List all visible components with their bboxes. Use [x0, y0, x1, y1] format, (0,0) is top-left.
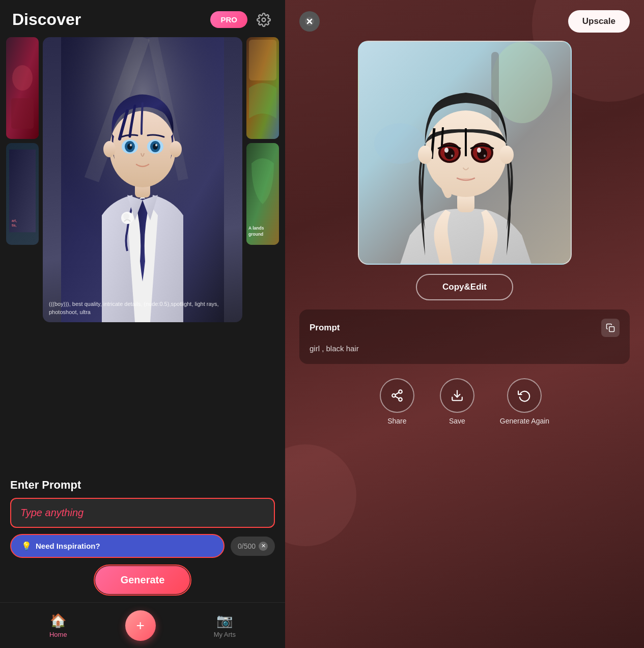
prompt-card-text: girl , black hair — [310, 343, 620, 355]
app-title: Discover — [12, 10, 81, 29]
main-image-caption: (((boy))), best quality, intricate detai… — [49, 300, 236, 316]
left-header: Discover PRO — [0, 0, 285, 37]
svg-point-0 — [262, 18, 266, 21]
bulb-icon: 💡 — [21, 541, 32, 551]
save-button-circle — [440, 378, 474, 413]
svg-rect-3 — [11, 98, 34, 129]
share-label: Share — [387, 417, 406, 425]
gallery-right-strip-img-1[interactable] — [246, 37, 279, 139]
svg-point-50 — [418, 146, 432, 164]
nav-myarts-label: My Arts — [214, 631, 236, 638]
svg-point-51 — [499, 146, 514, 164]
svg-point-22 — [155, 144, 157, 147]
gallery-area: art, tia, — [0, 37, 285, 468]
prompt-card-header: Prompt — [310, 319, 620, 337]
settings-icon[interactable] — [255, 11, 273, 29]
svg-point-47 — [477, 148, 481, 153]
svg-text:art,: art, — [12, 219, 17, 223]
right-header: Upscale — [285, 0, 644, 41]
action-buttons-row: Share Save Generate Again — [285, 364, 644, 439]
svg-point-21 — [130, 144, 132, 147]
svg-rect-52 — [609, 327, 614, 332]
copy-edit-button[interactable]: Copy&Edit — [416, 274, 513, 300]
gallery-left-strip: art, tia, — [6, 37, 39, 468]
inspiration-button[interactable]: 💡 Need Inspiration? — [10, 534, 225, 558]
svg-text:A lands: A lands — [248, 226, 264, 231]
svg-point-48 — [451, 155, 453, 157]
gallery-right-strip: A lands ground — [246, 37, 279, 245]
header-right: PRO — [210, 11, 273, 29]
save-label: Save — [449, 417, 465, 425]
left-panel: Discover PRO — [0, 0, 285, 648]
gallery-right-strip-img-2[interactable]: A lands ground — [246, 143, 279, 245]
right-panel: Upscale — [285, 0, 644, 648]
copy-prompt-button[interactable] — [601, 319, 620, 337]
nav-add-button[interactable]: + — [125, 610, 156, 641]
plus-icon: + — [136, 618, 144, 633]
myarts-icon: 📷 — [216, 613, 233, 629]
svg-point-12 — [123, 213, 129, 219]
nav-myarts[interactable]: 📷 My Arts — [214, 613, 236, 638]
upscale-button[interactable]: Upscale — [568, 10, 630, 33]
gallery-strip-img-2[interactable]: art, tia, — [6, 143, 39, 245]
svg-text:ground: ground — [248, 232, 263, 237]
main-image[interactable]: (((boy))), best quality, intricate detai… — [43, 37, 242, 322]
save-button[interactable]: Save — [440, 378, 474, 425]
svg-line-57 — [395, 392, 399, 395]
generate-again-button[interactable]: Generate Again — [500, 378, 549, 425]
svg-point-2 — [12, 65, 33, 91]
bg-circle-2 — [285, 444, 356, 546]
clear-icon[interactable]: ✕ — [259, 542, 268, 551]
svg-point-23 — [103, 141, 116, 157]
generated-image-wrapper — [285, 41, 644, 265]
bottom-nav: 🏠 Home + 📷 My Arts — [0, 602, 285, 648]
home-icon: 🏠 — [50, 613, 66, 629]
prompt-section-title: Enter Prompt — [10, 478, 275, 492]
close-button[interactable] — [299, 11, 320, 32]
generate-again-circle — [507, 378, 542, 413]
prompt-controls: 💡 Need Inspiration? 0/500 ✕ — [10, 534, 275, 558]
svg-point-49 — [484, 155, 486, 157]
svg-point-36 — [374, 123, 425, 164]
prompt-input-wrapper[interactable]: Type anything — [10, 498, 275, 528]
share-button-circle — [380, 378, 414, 413]
nav-home[interactable]: 🏠 Home — [49, 613, 67, 638]
char-counter-wrapper: 0/500 ✕ — [231, 537, 275, 556]
share-button[interactable]: Share — [380, 378, 414, 425]
char-counter: 0/500 — [238, 542, 256, 550]
inspiration-label: Need Inspiration? — [36, 542, 100, 550]
pro-button[interactable]: PRO — [210, 11, 247, 28]
generated-image[interactable] — [358, 41, 572, 265]
svg-text:tia,: tia, — [12, 223, 17, 228]
gallery-strip-img-1[interactable] — [6, 37, 39, 139]
nav-home-label: Home — [49, 631, 67, 638]
generate-button[interactable]: Generate — [95, 566, 190, 594]
prompt-input-placeholder: Type anything — [20, 507, 265, 519]
prompt-card-title: Prompt — [310, 323, 340, 333]
generate-again-label: Generate Again — [500, 417, 549, 425]
svg-rect-26 — [249, 40, 276, 80]
svg-point-46 — [444, 148, 449, 153]
prompt-card: Prompt girl , black hair — [299, 309, 630, 364]
svg-line-56 — [395, 396, 399, 398]
svg-point-24 — [170, 141, 182, 157]
prompt-section: Enter Prompt Type anything 💡 Need Inspir… — [0, 468, 285, 602]
